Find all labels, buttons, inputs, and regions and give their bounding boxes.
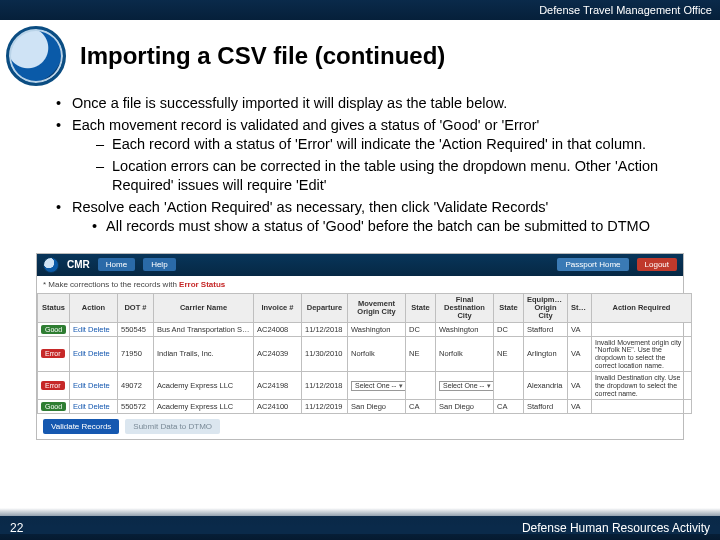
col-dot: DOT # xyxy=(118,293,154,322)
cell-status: Good xyxy=(38,322,70,336)
cell-eoc: Stafford xyxy=(524,400,568,414)
cell-departure: 11/30/2010 xyxy=(302,336,348,372)
cell-mos: DC xyxy=(406,322,436,336)
cell-moc: Washington xyxy=(348,322,406,336)
cell-carrier: Academy Express LLC xyxy=(154,400,254,414)
cell-dot: 550545 xyxy=(118,322,154,336)
col-ar: Action Required xyxy=(592,293,692,322)
cell-mos: CA xyxy=(406,400,436,414)
cell-moc: Select One -- xyxy=(348,372,406,400)
records-table: StatusActionDOT #Carrier NameInvoice #De… xyxy=(37,293,692,414)
delete-link[interactable]: Delete xyxy=(88,325,110,334)
edit-link[interactable]: Edit xyxy=(73,349,86,358)
cell-dot: 71950 xyxy=(118,336,154,372)
cell-eoc: Stafford xyxy=(524,322,568,336)
cell-departure: 11/12/2018 xyxy=(302,372,348,400)
app-header: CMR Home Help Passport Home Logout xyxy=(37,254,683,276)
delete-link[interactable]: Delete xyxy=(88,402,110,411)
col-eos: State xyxy=(568,293,592,322)
submit-to-dtmo-button: Submit Data to DTMO xyxy=(125,419,220,434)
cell-mos xyxy=(406,372,436,400)
cell-carrier: Indian Trails, Inc. xyxy=(154,336,254,372)
col-action: Action xyxy=(70,293,118,322)
table-row: ErrorEdit Delete49072Academy Express LLC… xyxy=(38,372,692,400)
status-badge: Error xyxy=(41,349,65,358)
cell-eos: VA xyxy=(568,400,592,414)
table-row: GoodEdit Delete550572Academy Express LLC… xyxy=(38,400,692,414)
cell-moc: Norfolk xyxy=(348,336,406,372)
status-badge: Good xyxy=(41,325,66,334)
cell-invoice: AC24100 xyxy=(254,400,302,414)
cell-mos: NE xyxy=(406,336,436,372)
bullet-content: Once a file is successfully imported it … xyxy=(0,94,720,247)
cell-eoc: Arlington xyxy=(524,336,568,372)
cell-departure: 11/12/2018 xyxy=(302,322,348,336)
cell-departure: 11/12/2019 xyxy=(302,400,348,414)
page-number: 22 xyxy=(10,521,23,535)
edit-link[interactable]: Edit xyxy=(73,402,86,411)
cell-fds: NE xyxy=(494,336,524,372)
cell-fdc: Select One -- xyxy=(436,372,494,400)
action-buttons: Validate Records Submit Data to DTMO xyxy=(37,414,683,439)
cell-invoice: AC24198 xyxy=(254,372,302,400)
bullet-item: Resolve each 'Action Required' as necess… xyxy=(56,198,684,237)
cell-carrier: Academy Express LLC xyxy=(154,372,254,400)
delete-link[interactable]: Delete xyxy=(88,381,110,390)
origin-city-select[interactable]: Select One -- xyxy=(351,381,406,391)
footer-bar: 22 Defense Human Resources Activity xyxy=(0,516,720,540)
tab-home[interactable]: Home xyxy=(98,258,135,271)
col-moc: Movement Origin City xyxy=(348,293,406,322)
correction-note: * Make corrections to the records with E… xyxy=(37,276,683,293)
footer-org: Defense Human Resources Activity xyxy=(522,521,710,535)
edit-link[interactable]: Edit xyxy=(73,325,86,334)
dod-seal-icon xyxy=(6,26,66,86)
cell-dot: 49072 xyxy=(118,372,154,400)
app-brand: CMR xyxy=(67,259,90,270)
table-row: ErrorEdit Delete71950Indian Trails, Inc.… xyxy=(38,336,692,372)
col-eoc: Equipment Origin City xyxy=(524,293,568,322)
title-row: Importing a CSV file (continued) xyxy=(0,20,720,94)
col-dep: Departure xyxy=(302,293,348,322)
col-fdc: Final Destination City xyxy=(436,293,494,322)
passport-home-button[interactable]: Passport Home xyxy=(557,258,628,271)
cell-action-required xyxy=(592,322,692,336)
bullet-sub-sub-item: All records must show a status of 'Good'… xyxy=(92,217,684,237)
dod-seal-icon xyxy=(43,257,59,273)
cell-fdc: Washington xyxy=(436,322,494,336)
cell-carrier: Bus And Transportation Services Inc xyxy=(154,322,254,336)
bullet-item: Once a file is successfully imported it … xyxy=(56,94,684,114)
cell-action: Edit Delete xyxy=(70,400,118,414)
cell-fds: DC xyxy=(494,322,524,336)
dest-city-select[interactable]: Select One -- xyxy=(439,381,494,391)
cell-fdc: Norfolk xyxy=(436,336,494,372)
cell-fds xyxy=(494,372,524,400)
delete-link[interactable]: Delete xyxy=(88,349,110,358)
org-name: Defense Travel Management Office xyxy=(539,4,712,16)
cell-action-required: Invalid Destination city. Use the dropdo… xyxy=(592,372,692,400)
cell-action: Edit Delete xyxy=(70,372,118,400)
status-badge: Error xyxy=(41,381,65,390)
validate-records-button[interactable]: Validate Records xyxy=(43,419,119,434)
embedded-screenshot: CMR Home Help Passport Home Logout * Mak… xyxy=(36,253,684,440)
bullet-sub-item: Each record with a status of 'Error' wil… xyxy=(96,135,684,155)
cell-action-required: Invalid Movement origin city "Norfolk NE… xyxy=(592,336,692,372)
bullet-sub-item: Location errors can be corrected in the … xyxy=(96,157,684,196)
cell-action-required xyxy=(592,400,692,414)
cell-status: Error xyxy=(38,336,70,372)
cell-invoice: AC24039 xyxy=(254,336,302,372)
cell-fdc: San Diego xyxy=(436,400,494,414)
edit-link[interactable]: Edit xyxy=(73,381,86,390)
col-status: Status xyxy=(38,293,70,322)
col-mos: State xyxy=(406,293,436,322)
cell-invoice: AC24008 xyxy=(254,322,302,336)
cell-status: Error xyxy=(38,372,70,400)
cell-eos: VA xyxy=(568,372,592,400)
col-inv: Invoice # xyxy=(254,293,302,322)
page-title: Importing a CSV file (continued) xyxy=(80,42,445,70)
cell-moc: San Diego xyxy=(348,400,406,414)
cell-dot: 550572 xyxy=(118,400,154,414)
cell-action: Edit Delete xyxy=(70,322,118,336)
cell-eos: VA xyxy=(568,322,592,336)
logout-button[interactable]: Logout xyxy=(637,258,677,271)
tab-help[interactable]: Help xyxy=(143,258,175,271)
